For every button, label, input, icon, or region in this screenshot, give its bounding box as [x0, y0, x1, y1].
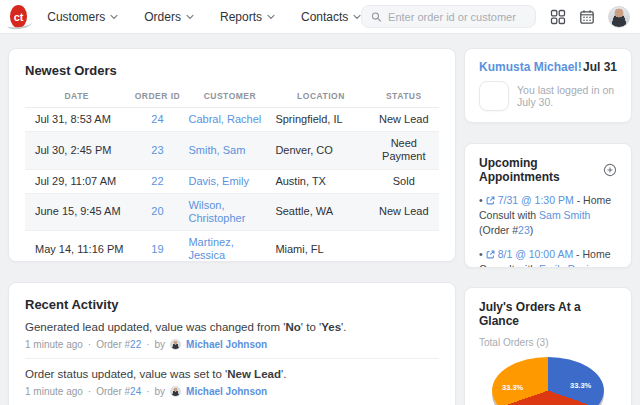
customer-link[interactable]: Smith, Sam [188, 144, 245, 156]
apps-grid-button[interactable] [550, 9, 566, 25]
nav-item-contacts[interactable]: Contacts [301, 10, 361, 24]
newest-orders-title: Newest Orders [25, 63, 439, 78]
order-customer: Cabral, Rachel [186, 108, 273, 132]
activity-user-link[interactable]: Michael Johnson [186, 386, 267, 397]
table-row: May 14, 11:16 PM 19 Martinez, Jessica Mi… [25, 231, 439, 262]
nav-item-reports[interactable]: Reports [220, 10, 275, 24]
column-header[interactable]: DATE [25, 86, 129, 108]
order-date: Jul 29, 11:07 AM [25, 169, 129, 193]
recent-activity-title: Recent Activity [25, 297, 439, 312]
appointment-item[interactable]: •8/1 @ 10:00 AM - Home Consult with Emil… [479, 247, 617, 268]
greeting-date: Jul 31 [583, 60, 617, 74]
separator: · [146, 386, 149, 397]
app-root: ct CustomersOrdersReportsContacts [0, 0, 640, 405]
order-id: 19 [129, 231, 187, 262]
user-mini-avatar [170, 386, 181, 397]
app-logo[interactable]: ct [10, 5, 27, 28]
order-id-link[interactable]: 20 [151, 205, 163, 217]
external-link-icon [486, 250, 495, 259]
order-id-link[interactable]: 24 [151, 113, 163, 125]
chevron-down-icon [353, 14, 361, 20]
bullet: • [479, 194, 483, 206]
activity-user-link[interactable]: Michael Johnson [186, 339, 267, 350]
table-row: Jul 30, 2:45 PM 23 Smith, Sam Denver, CO… [25, 132, 439, 169]
orders-table-header: DATEORDER IDCUSTOMERLOCATIONSTATUS [25, 86, 439, 108]
greeting-title: Kumusta Michael! [479, 60, 582, 74]
column-header[interactable]: CUSTOMER [186, 86, 273, 108]
activity-list: Generated lead updated, value was change… [25, 312, 439, 405]
column-header[interactable]: ORDER ID [129, 86, 187, 108]
order-customer: Davis, Emily [186, 169, 273, 193]
order-id: 20 [129, 193, 187, 230]
table-row: June 15, 9:45 AM 20 Wilson, Christopher … [25, 193, 439, 230]
greeting-avatar [479, 81, 509, 111]
appointment-link[interactable]: Emily Davis [539, 263, 594, 268]
total-orders-label: Total Orders (3) [479, 337, 617, 348]
add-appointment-button[interactable] [603, 163, 617, 177]
customer-link[interactable]: Wilson, Christopher [188, 199, 245, 224]
calendar-icon [579, 9, 595, 25]
order-status: Sold [369, 169, 439, 193]
pie-chart: 33.3% 33.3% [479, 357, 617, 405]
chevron-down-icon [186, 14, 194, 20]
separator: · [88, 339, 91, 350]
activity-time: 1 minute ago [25, 339, 83, 350]
order-id: 23 [129, 132, 187, 169]
order-customer: Martinez, Jessica [186, 231, 273, 262]
order-status: New Lead [369, 193, 439, 230]
order-id: 24 [129, 108, 187, 132]
order-customer: Wilson, Christopher [186, 193, 273, 230]
customer-link[interactable]: Davis, Emily [188, 175, 249, 187]
appointment-link[interactable]: Sam Smith [539, 209, 590, 221]
external-link-icon [486, 196, 495, 205]
left-column: Newest Orders DATEORDER IDCUSTOMERLOCATI… [8, 48, 456, 405]
search-box[interactable] [361, 5, 536, 28]
order-date: June 15, 9:45 AM [25, 193, 129, 230]
activity-order-link[interactable]: 24 [130, 386, 141, 397]
column-header[interactable]: STATUS [369, 86, 439, 108]
order-location: Miami, FL [273, 231, 368, 262]
order-id-link[interactable]: 19 [151, 243, 163, 255]
order-customer: Smith, Sam [186, 132, 273, 169]
pie-slice-label-blue: 33.3% [570, 381, 591, 390]
order-location: Denver, CO [273, 132, 368, 169]
orders-table: DATEORDER IDCUSTOMERLOCATIONSTATUS Jul 3… [25, 86, 439, 262]
order-date: May 14, 11:16 PM [25, 231, 129, 262]
order-location: Seattle, WA [273, 193, 368, 230]
column-header[interactable]: LOCATION [273, 86, 368, 108]
order-id-link[interactable]: 23 [151, 144, 163, 156]
appointment-item[interactable]: •7/31 @ 1:30 PM - Home Consult with Sam … [479, 193, 617, 238]
upcoming-appointments-card: Upcoming Appointments •7/31 @ 1:30 PM - … [464, 143, 632, 268]
main-content: Newest Orders DATEORDER IDCUSTOMERLOCATI… [0, 34, 640, 405]
separator: · [88, 386, 91, 397]
calendar-button[interactable] [579, 9, 595, 25]
chevron-down-icon [110, 14, 118, 20]
nav-item-orders[interactable]: Orders [144, 10, 194, 24]
activity-order-link[interactable]: 22 [130, 339, 141, 350]
user-avatar[interactable] [608, 6, 630, 28]
appointment-link[interactable]: 7/31 @ 1:30 PM [498, 194, 574, 206]
activity-meta: 1 minute ago · Order #22 · by Michael Jo… [25, 339, 439, 350]
table-row: Jul 31, 8:53 AM 24 Cabral, Rachel Spring… [25, 108, 439, 132]
appointment-link[interactable]: 23 [518, 224, 530, 236]
activity-time: 1 minute ago [25, 386, 83, 397]
order-date: Jul 30, 2:45 PM [25, 132, 129, 169]
pie-slice-label-orange: 33.3% [502, 383, 523, 392]
order-id-link[interactable]: 22 [151, 175, 163, 187]
right-sidebar: Kumusta Michael! Jul 31 You last logged … [464, 48, 632, 405]
plus-circle-icon [603, 163, 617, 177]
greeting-card: Kumusta Michael! Jul 31 You last logged … [464, 48, 632, 123]
top-navbar: ct CustomersOrdersReportsContacts [0, 0, 640, 34]
table-row: Jul 29, 11:07 AM 22 Davis, Emily Austin,… [25, 169, 439, 193]
order-status: Need Payment [369, 132, 439, 169]
newest-orders-card: Newest Orders DATEORDER IDCUSTOMERLOCATI… [8, 48, 456, 262]
order-status: New Lead [369, 108, 439, 132]
search-input[interactable] [388, 11, 526, 23]
nav-item-customers[interactable]: Customers [47, 10, 118, 24]
appointment-link[interactable]: 8/1 @ 10:00 AM [498, 248, 573, 260]
customer-link[interactable]: Cabral, Rachel [188, 113, 261, 125]
order-date: Jul 31, 8:53 AM [25, 108, 129, 132]
customer-link[interactable]: Martinez, Jessica [188, 236, 233, 261]
order-status [369, 231, 439, 262]
recent-activity-card: Recent Activity Generated lead updated, … [8, 282, 456, 405]
